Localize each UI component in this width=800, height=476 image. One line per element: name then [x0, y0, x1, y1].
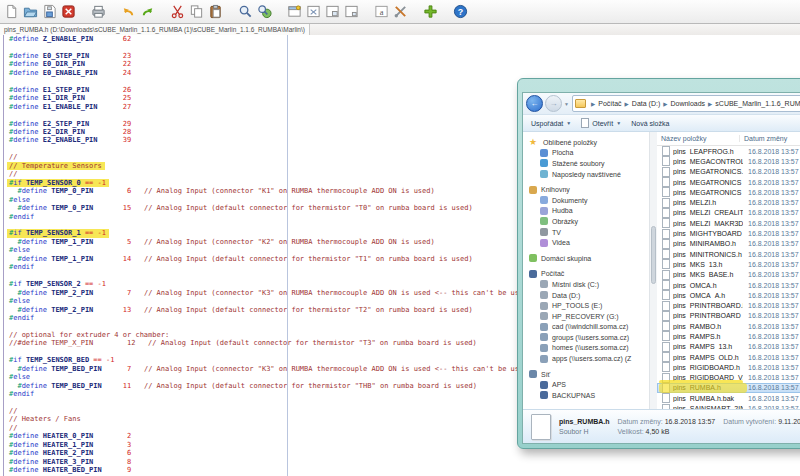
editor-tab[interactable]: pins_RUMBA.h (D:\Downloads\sCUBE_Marlin_… — [0, 24, 310, 35]
sidebar-item-obl-ben-polo-ky[interactable]: ★Oblíbené položky — [529, 137, 649, 148]
sidebar-item-obr-zky[interactable]: Obrázky — [529, 216, 649, 227]
help-icon[interactable]: ? — [452, 3, 469, 20]
selected-file-icon — [531, 414, 551, 440]
open-button[interactable]: Otevřít ▼ — [581, 118, 621, 128]
file-row[interactable]: pins_MIGHTYBOARD_REVE.h16.8.2018 13:57 — [657, 228, 800, 238]
file-row[interactable]: pins_MEGACONTROLLER.h16.8.2018 13:57 — [657, 156, 800, 166]
sidebar-item-aps[interactable]: APS — [529, 379, 649, 390]
file-row[interactable]: pins_RAMBO.h16.8.2018 13:57 — [657, 321, 800, 331]
history-dropdown-icon[interactable]: ▼ — [564, 101, 570, 107]
sidebar-item-dokumenty[interactable]: Dokumenty — [529, 195, 649, 206]
sidebar-item-data-d[interactable]: Data (D:) — [529, 290, 649, 301]
sidebar-item-s[interactable]: Síť — [529, 369, 649, 380]
maximize-window-icon[interactable] — [305, 3, 322, 20]
computer-icon — [540, 391, 548, 399]
sidebar-item-backupnas[interactable]: BACKUPNAS — [529, 390, 649, 401]
file-row[interactable]: pins_MEGATRONICS_2.h16.8.2018 13:57 — [657, 177, 800, 187]
file-row[interactable]: pins_MEGATRONICS.h16.8.2018 13:57 — [657, 167, 800, 177]
sidebar-item-naposledy-nav-t-ven[interactable]: Naposledy navštívené — [529, 169, 649, 180]
undo-icon[interactable] — [120, 3, 137, 20]
file-row[interactable]: pins_RIGIDBOARD_V2.h16.8.2018 13:57 — [657, 373, 800, 383]
file-row[interactable]: pins_MELZI_MAKR3D.h16.8.2018 13:57 — [657, 218, 800, 228]
breadcrumb[interactable]: ▶Počítač▶Data (D:)▶Downloads▶sCUBE_Marli… — [572, 95, 800, 112]
file-row[interactable]: pins_PRINTRBOARD.h16.8.2018 13:57 — [657, 300, 800, 310]
breadcrumb-item[interactable]: Downloads — [669, 100, 706, 107]
file-row[interactable]: pins_OMCA.h16.8.2018 13:57 — [657, 280, 800, 290]
column-header-modified[interactable]: Datum změny — [740, 135, 800, 142]
back-button[interactable]: ← — [526, 95, 543, 112]
file-modified-date: 16.8.2018 13:57 — [743, 364, 800, 371]
forward-button[interactable]: → — [545, 95, 562, 112]
breadcrumb-item[interactable]: Počítač — [597, 100, 622, 107]
cascade-windows-icon[interactable] — [343, 3, 360, 20]
navigation-scrollbar[interactable] — [649, 132, 657, 409]
print-icon[interactable] — [90, 3, 107, 20]
file-row[interactable]: pins_MELZI_CREALITY.h16.8.2018 13:57 — [657, 208, 800, 218]
file-row[interactable]: pins_RUMBA.h.bak16.8.2018 13:57 — [657, 393, 800, 403]
details-file-type: Soubor H — [559, 428, 610, 435]
sidebar-item-sta-en-soubory[interactable]: Stažené soubory — [529, 158, 649, 169]
sidebar-item-hp-tools-e[interactable]: HP_TOOLS (E:) — [529, 300, 649, 311]
sidebar-item-cad-windchill-soma-cz[interactable]: cad (\\windchill.soma.cz) — [529, 322, 649, 333]
file-name: pins_MINITRONICS.h — [673, 251, 743, 258]
editor-right-margin-line — [287, 35, 288, 476]
code-line: #define Z_ENABLE_PIN 62 — [9, 35, 800, 43]
save-file-icon[interactable] — [41, 3, 58, 20]
file-row[interactable]: pins_RAMPS_OLD.h16.8.2018 13:57 — [657, 352, 800, 362]
paste-icon[interactable] — [207, 3, 224, 20]
sidebar-item-plocha[interactable]: Plocha — [529, 148, 649, 159]
sidebar-item-label: groups (\\users.soma.cz) — [552, 334, 629, 341]
breadcrumb-item[interactable]: Data (D:) — [631, 100, 661, 107]
details-pane: pins_RUMBA.h Soubor H Datum změny: 16.8.… — [523, 409, 800, 443]
column-header-name[interactable]: ▲ Název položky — [657, 135, 740, 142]
sidebar-item-videa[interactable]: Videa — [529, 237, 649, 248]
organize-button[interactable]: Uspořádat ▼ — [531, 120, 571, 127]
sidebar-item-dom-c-skupina[interactable]: Domácí skupina — [529, 253, 649, 264]
file-row[interactable]: pins_RIGIDBOARD.h16.8.2018 13:57 — [657, 362, 800, 372]
file-row[interactable]: pins_MKS_13.h16.8.2018 13:57 — [657, 259, 800, 269]
file-row[interactable]: pins_SAINSMART_2IN1.h16.8.2018 13:57 — [657, 403, 800, 409]
settings-icon[interactable] — [392, 3, 409, 20]
code-line — [9, 43, 800, 51]
open-file-icon[interactable] — [22, 3, 39, 20]
copy-icon[interactable] — [188, 3, 205, 20]
tile-windows-icon[interactable] — [324, 3, 341, 20]
file-row[interactable]: pins_RAMPS.h16.8.2018 13:57 — [657, 331, 800, 341]
add-icon[interactable] — [422, 3, 439, 20]
file-row[interactable]: pins_LEAPFROG.h16.8.2018 13:57 — [657, 146, 800, 156]
file-icon — [662, 301, 670, 311]
sidebar-item-knihovny[interactable]: Knihovny — [529, 184, 649, 195]
sidebar-item-hp-recovery-g[interactable]: HP_RECOVERY (G:) — [529, 311, 649, 322]
file-row[interactable]: pins_RUMBA.h16.8.2018 13:57 — [657, 383, 800, 393]
file-row[interactable]: pins_PRINTRBOARD_REVF.h16.8.2018 13:57 — [657, 311, 800, 321]
font-icon[interactable]: a — [373, 3, 390, 20]
sidebar-item-po-ta[interactable]: Počítač — [529, 269, 649, 280]
find-icon[interactable] — [237, 3, 254, 20]
sidebar-item-groups-users-soma-cz[interactable]: groups (\\users.soma.cz) — [529, 332, 649, 343]
sidebar-item-hudba[interactable]: Hudba — [529, 206, 649, 217]
new-file-icon[interactable] — [3, 3, 20, 20]
breadcrumb-item[interactable]: sCUBE_Marlin_1.1.6_RUMBA (1) — [714, 100, 800, 107]
file-row[interactable]: pins_OMCA_A.h16.8.2018 13:57 — [657, 290, 800, 300]
cut-icon[interactable] — [169, 3, 186, 20]
sidebar-item-apps-users-soma-cz-z[interactable]: apps (\\users.soma.cz) (Z — [529, 353, 649, 364]
sidebar-item-tv[interactable]: TV — [529, 227, 649, 238]
file-row[interactable]: pins_MEGATRONICS_3.h16.8.2018 13:57 — [657, 187, 800, 197]
file-row[interactable]: pins_MINITRONICS.h16.8.2018 13:57 — [657, 249, 800, 259]
file-row[interactable]: pins_RAMPS_13.h16.8.2018 13:57 — [657, 342, 800, 352]
file-row[interactable]: pins_MINIRAMBO.h16.8.2018 13:57 — [657, 239, 800, 249]
close-file-icon[interactable] — [60, 3, 77, 20]
new-window-icon[interactable] — [286, 3, 303, 20]
sidebar-item-homes-users-soma-cz[interactable]: homes (\\users.soma.cz) — [529, 343, 649, 354]
scrollbar-thumb[interactable] — [651, 226, 656, 284]
file-row[interactable]: pins_MKS_BASE.h16.8.2018 13:57 — [657, 270, 800, 280]
file-row[interactable]: pins_MELZI.h16.8.2018 13:57 — [657, 197, 800, 207]
sidebar-item-label: Data (D:) — [552, 292, 580, 299]
network-drive-icon — [540, 333, 548, 341]
new-folder-button[interactable]: Nová složka — [631, 120, 669, 127]
find-in-files-icon[interactable] — [256, 3, 273, 20]
sidebar-item-label: homes (\\users.soma.cz) — [552, 344, 629, 351]
sidebar-item-label: Hudba — [552, 207, 573, 214]
redo-icon[interactable] — [139, 3, 156, 20]
sidebar-item-m-stn-disk-c[interactable]: Místní disk (C:) — [529, 279, 649, 290]
